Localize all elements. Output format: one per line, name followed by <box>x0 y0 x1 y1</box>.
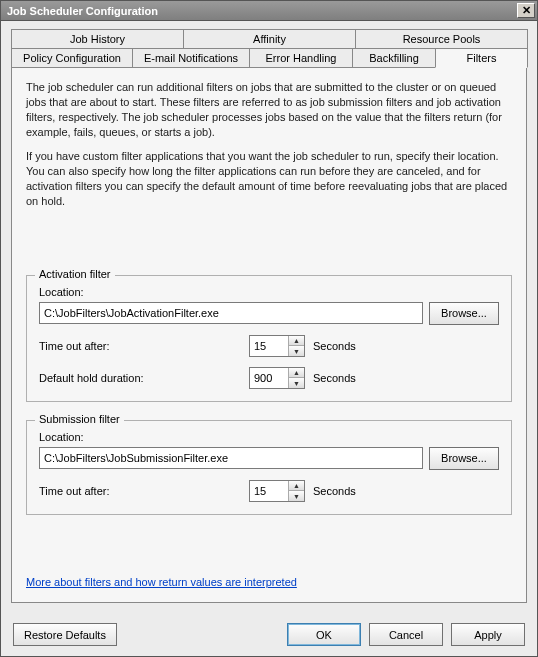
tabs: Job History Affinity Resource Pools Poli… <box>11 29 527 67</box>
activation-hold-unit: Seconds <box>313 372 356 384</box>
tab-policy-configuration[interactable]: Policy Configuration <box>11 48 133 67</box>
description-2: If you have custom filter applications t… <box>26 149 512 208</box>
activation-hold-input[interactable] <box>250 368 288 388</box>
submission-timeout-unit: Seconds <box>313 485 356 497</box>
titlebar: Job Scheduler Configuration ✕ <box>1 1 537 21</box>
activation-location-input[interactable] <box>39 302 423 324</box>
content: Job History Affinity Resource Pools Poli… <box>1 21 537 613</box>
close-icon: ✕ <box>522 5 531 16</box>
activation-timeout-unit: Seconds <box>313 340 356 352</box>
tab-panel-filters: The job scheduler can run additional fil… <box>11 67 527 603</box>
apply-button[interactable]: Apply <box>451 623 525 646</box>
submission-browse-button[interactable]: Browse... <box>429 447 499 470</box>
activation-group-title: Activation filter <box>35 268 115 280</box>
restore-defaults-button[interactable]: Restore Defaults <box>13 623 117 646</box>
tab-backfilling[interactable]: Backfilling <box>352 48 436 67</box>
footer: Restore Defaults OK Cancel Apply <box>1 613 537 656</box>
tab-affinity[interactable]: Affinity <box>183 29 356 48</box>
spin-up-icon[interactable]: ▲ <box>289 336 304 347</box>
description-1: The job scheduler can run additional fil… <box>26 80 512 139</box>
close-button[interactable]: ✕ <box>517 3 535 18</box>
activation-timeout-spinner[interactable]: ▲ ▼ <box>249 335 305 357</box>
more-about-filters-link[interactable]: More about filters and how return values… <box>26 558 512 588</box>
tab-job-history[interactable]: Job History <box>11 29 184 48</box>
spin-down-icon[interactable]: ▼ <box>289 491 304 501</box>
tab-error-handling[interactable]: Error Handling <box>249 48 353 67</box>
activation-timeout-label: Time out after: <box>39 340 249 352</box>
activation-filter-group: Activation filter Location: Browse... Ti… <box>26 275 512 402</box>
ok-button[interactable]: OK <box>287 623 361 646</box>
spin-up-icon[interactable]: ▲ <box>289 481 304 492</box>
cancel-button[interactable]: Cancel <box>369 623 443 646</box>
submission-timeout-spinner[interactable]: ▲ ▼ <box>249 480 305 502</box>
submission-group-title: Submission filter <box>35 413 124 425</box>
tab-resource-pools[interactable]: Resource Pools <box>355 29 528 48</box>
tab-filters[interactable]: Filters <box>435 48 528 68</box>
spin-down-icon[interactable]: ▼ <box>289 378 304 388</box>
submission-location-input[interactable] <box>39 447 423 469</box>
activation-hold-label: Default hold duration: <box>39 372 249 384</box>
tab-email-notifications[interactable]: E-mail Notifications <box>132 48 250 67</box>
submission-filter-group: Submission filter Location: Browse... Ti… <box>26 420 512 515</box>
activation-timeout-input[interactable] <box>250 336 288 356</box>
submission-timeout-label: Time out after: <box>39 485 249 497</box>
window: Job Scheduler Configuration ✕ Job Histor… <box>0 0 538 657</box>
spin-up-icon[interactable]: ▲ <box>289 368 304 379</box>
activation-browse-button[interactable]: Browse... <box>429 302 499 325</box>
window-title: Job Scheduler Configuration <box>7 5 158 17</box>
submission-location-label: Location: <box>39 431 499 443</box>
submission-timeout-input[interactable] <box>250 481 288 501</box>
activation-location-label: Location: <box>39 286 499 298</box>
spin-down-icon[interactable]: ▼ <box>289 346 304 356</box>
activation-hold-spinner[interactable]: ▲ ▼ <box>249 367 305 389</box>
